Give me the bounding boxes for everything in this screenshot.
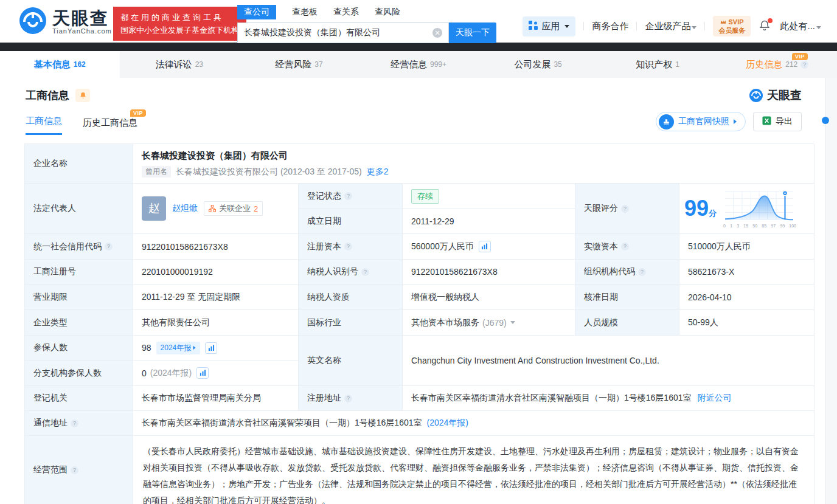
help-icon[interactable] xyxy=(344,395,352,402)
capital-trend-chart-icon[interactable] xyxy=(479,241,491,252)
right-scroll-gutter[interactable] xyxy=(825,78,837,504)
field-label-registration-status: 登记状态 xyxy=(299,184,403,209)
nav-user-menu[interactable]: 此处有... xyxy=(780,21,821,32)
nearby-companies-link[interactable]: 附近公司 xyxy=(698,393,732,404)
status-badge: 存续 xyxy=(411,189,439,204)
field-value-registration-status: 存续 xyxy=(403,184,575,209)
brand-name: 天眼查 xyxy=(52,9,112,27)
tab-legal-proceedings[interactable]: 法律诉讼 23 xyxy=(120,51,240,78)
tab-basic-info[interactable]: 基本信息 162 xyxy=(0,51,120,78)
field-value-national-industry[interactable]: 其他资本市场服务 (J679) xyxy=(403,310,575,336)
tab-operating-risk[interactable]: 经营风险 37 xyxy=(239,51,359,78)
subscribe-bell-icon[interactable] xyxy=(75,89,90,102)
subtab-business-info[interactable]: 工商信息 xyxy=(26,116,62,135)
tab-history-info[interactable]: VIP 历史信息 212 xyxy=(717,51,837,78)
chevron-down-icon xyxy=(692,26,696,29)
help-icon[interactable] xyxy=(621,243,629,250)
apps-label: 应用 xyxy=(541,21,560,32)
clear-search-icon[interactable]: ✕ xyxy=(432,28,442,38)
field-value-english-name: Changchun City Investment And Constructi… xyxy=(403,336,814,386)
tab-company-development[interactable]: 公司发展 35 xyxy=(478,51,598,78)
field-value-organization-code: 58621673-X xyxy=(679,260,814,285)
field-label-branch-insured-persons: 分支机构参保人数 xyxy=(25,361,133,386)
field-label-registered-capital: 注册资本 xyxy=(299,234,403,260)
related-companies-badge[interactable]: 关联企业 2 xyxy=(204,201,263,216)
field-value-business-scope: （受长春市人民政府委托）经营城市基础设施、城市基础设施投资建设、保障性住房开发建… xyxy=(133,436,814,504)
search-tab-risk[interactable]: 查风险 xyxy=(375,7,400,18)
notification-dot xyxy=(768,18,773,23)
search-area: 查公司 查老板 查关系 查风险 长春城投建设投资（集团）有限公司 ✕ 天眼一下 xyxy=(237,5,496,43)
divider xyxy=(636,22,637,30)
excel-icon xyxy=(762,116,771,127)
field-value-tianyan-score[interactable]: 99分 xyxy=(679,184,814,234)
arrow-right-icon xyxy=(193,346,196,350)
field-label-english-name: 英文名称 xyxy=(299,336,403,386)
field-value-registered-capital: 560000万人民币 xyxy=(403,234,575,260)
search-button[interactable]: 天眼一下 xyxy=(449,22,496,43)
field-value-company-type: 其他有限责任公司 xyxy=(133,310,299,336)
apps-menu[interactable]: 应用 xyxy=(523,16,575,36)
subtab-history-business-info[interactable]: VIP 历史工商信息 xyxy=(83,117,137,135)
company-name: 长春城投建设投资（集团）有限公司 xyxy=(142,150,805,162)
help-icon[interactable] xyxy=(344,192,352,200)
field-value-branch-insured-persons: 0 (2024年报) xyxy=(133,361,299,386)
help-icon[interactable] xyxy=(105,243,113,250)
field-label-registration-authority: 登记机关 xyxy=(25,386,133,411)
divider xyxy=(704,22,705,30)
notifications-bell-icon[interactable] xyxy=(759,19,772,33)
watermark-logo: 天眼查 xyxy=(749,88,802,103)
field-label-business-term: 营业期限 xyxy=(25,285,133,310)
company-info-table: 企业名称 长春城投建设投资（集团）有限公司 曾用名 长春城投建设投资有限公司 (… xyxy=(24,143,814,504)
side-widget-handle[interactable] xyxy=(822,117,829,124)
field-value-business-term: 2011-12-29 至 无固定期限 xyxy=(133,285,299,310)
stamp-icon xyxy=(659,114,674,129)
help-icon[interactable] xyxy=(638,268,646,276)
field-label-registration-number: 工商注册号 xyxy=(25,260,133,285)
help-icon[interactable] xyxy=(71,466,78,474)
field-label-establish-date: 成立日期 xyxy=(299,209,403,234)
section-title: 工商信息 xyxy=(26,88,69,103)
score-distribution-chart: 01 315 5085 9799 100 xyxy=(723,189,797,228)
search-tab-relation[interactable]: 查关系 xyxy=(333,7,359,18)
vip-badge: VIP xyxy=(130,109,146,117)
legal-rep-name-link[interactable]: 赵炟焮 xyxy=(172,203,198,214)
field-label-national-industry: 国标行业 xyxy=(299,310,403,336)
divider xyxy=(583,22,584,30)
help-icon[interactable] xyxy=(361,268,369,276)
export-button[interactable]: 导出 xyxy=(753,112,802,131)
field-label-business-scope: 经营范围 xyxy=(25,436,133,504)
help-icon[interactable] xyxy=(344,243,352,250)
svip-member-badge[interactable]: SVIP 会员服务 xyxy=(713,16,751,36)
search-input[interactable]: 长春城投建设投资（集团）有限公司 ✕ xyxy=(237,22,449,43)
former-name-badge: 曾用名 xyxy=(142,166,171,178)
score-number: 99 xyxy=(684,196,709,221)
brand-domain: TianYanCha.com xyxy=(52,27,112,35)
chevron-down-icon xyxy=(564,25,569,28)
tab-intellectual-property[interactable]: 知识产权 1 xyxy=(598,51,718,78)
field-value-registration-number: 220101000019192 xyxy=(133,260,299,285)
field-value-credit-code: 9122010158621673X8 xyxy=(133,234,299,260)
app-grid-icon xyxy=(529,21,538,32)
search-tab-boss[interactable]: 查老板 xyxy=(292,7,318,18)
annual-report-link[interactable]: (2024年报) xyxy=(427,418,468,429)
field-value-insured-persons: 98 2024年报 xyxy=(133,336,299,361)
field-label-company-type: 企业类型 xyxy=(25,310,133,336)
official-snapshot-button[interactable]: 工商官网快照 xyxy=(656,112,746,131)
help-icon[interactable] xyxy=(621,205,629,213)
annual-report-badge[interactable]: 2024年报 xyxy=(156,342,201,354)
help-icon[interactable] xyxy=(801,61,808,69)
dark-banner-strip xyxy=(0,43,837,51)
more-former-names-link[interactable]: 更多2 xyxy=(367,167,389,178)
nav-business-cooperation[interactable]: 商务合作 xyxy=(592,21,628,32)
branch-insured-trend-chart-icon[interactable] xyxy=(196,367,209,379)
legal-rep-avatar[interactable]: 赵 xyxy=(142,196,166,221)
brand-slogan: 都在用的商业查询工具 国家中小企业发展子基金旗下机构 xyxy=(113,7,246,41)
tianyancha-swirl-icon xyxy=(749,88,763,103)
help-icon[interactable] xyxy=(71,419,78,427)
search-tab-company[interactable]: 查公司 xyxy=(237,5,276,19)
nav-enterprise-products[interactable]: 企业级产品 xyxy=(645,21,696,32)
vip-badge: VIP xyxy=(792,53,808,60)
insured-trend-chart-icon[interactable] xyxy=(205,342,217,354)
tianyancha-logo[interactable]: 天眼查 TianYanCha.com xyxy=(18,6,112,38)
tab-operating-info[interactable]: 经营信息 999+ xyxy=(359,51,479,78)
